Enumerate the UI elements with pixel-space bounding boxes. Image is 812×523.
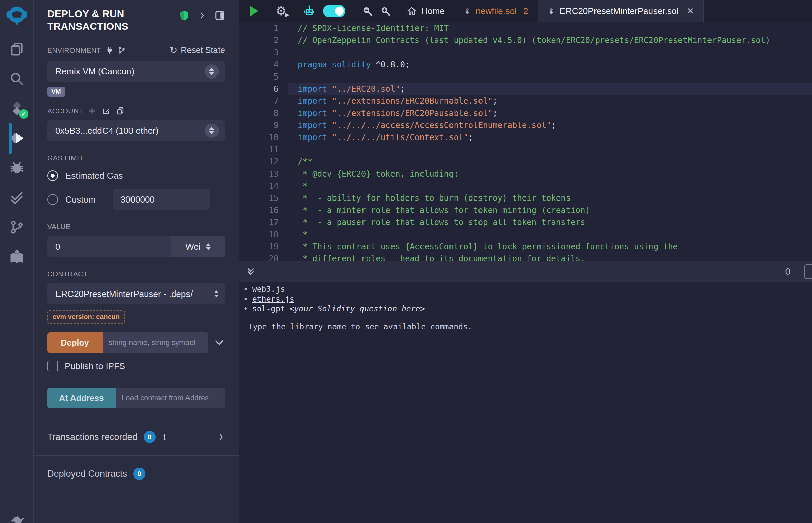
code-line[interactable]: 15 * - ability for holders to burn (dest… <box>240 192 812 204</box>
code-line[interactable]: 18 * <box>240 229 812 240</box>
estimated-gas-radio[interactable] <box>47 170 58 181</box>
remix-logo-icon <box>6 5 28 28</box>
plug-icon <box>9 511 25 523</box>
line-number[interactable]: 11 <box>240 144 288 156</box>
line-number[interactable]: 16 <box>240 204 288 216</box>
ai-copilot-icon[interactable] <box>303 5 316 18</box>
tab-newfile[interactable]: newfile.sol 2 <box>454 0 538 22</box>
line-number[interactable]: 15 <box>240 192 288 204</box>
contract-select[interactable]: ERC20PresetMinterPauser - .deps/ <box>47 283 225 304</box>
code-line[interactable]: 16 * - a minter role that allows for tok… <box>240 204 812 216</box>
fork-small-icon[interactable] <box>118 47 125 54</box>
reset-state-button[interactable]: ↻ Reset State <box>170 44 225 56</box>
sidebar-item-solidity-compiler[interactable]: ✓ <box>9 101 25 116</box>
custom-gas-radio[interactable] <box>47 194 58 205</box>
code-line[interactable]: 10import "../../../utils/Context.sol"; <box>240 131 812 144</box>
value-unit-select[interactable]: Wei <box>171 236 225 257</box>
editor-region: ⚙ ▶ <box>240 0 812 523</box>
code-line[interactable]: 14 * <box>240 180 812 192</box>
line-number[interactable]: 1 <box>240 22 288 34</box>
code-line[interactable]: 12/** <box>240 156 812 168</box>
publish-ipfs-checkbox[interactable] <box>47 361 58 371</box>
sidebar-item-search[interactable] <box>9 71 25 87</box>
line-number[interactable]: 12 <box>240 156 288 168</box>
line-number[interactable]: 4 <box>240 59 288 71</box>
code-line[interactable]: 6import "../ERC20.sol"; <box>240 83 812 95</box>
expand-terminal-icon[interactable] <box>246 267 255 277</box>
copilot-toggle[interactable] <box>323 5 345 17</box>
tab-home[interactable]: Home <box>398 0 454 22</box>
zoom-out-icon[interactable] <box>362 6 373 17</box>
custom-gas-input[interactable] <box>113 189 210 210</box>
at-address-input[interactable] <box>116 387 225 409</box>
terminal-link[interactable]: web3.js <box>252 285 285 293</box>
line-number[interactable]: 3 <box>240 47 288 59</box>
code-line[interactable]: 3 <box>240 47 812 59</box>
line-number[interactable]: 17 <box>240 216 288 229</box>
line-number[interactable]: 7 <box>240 95 288 107</box>
line-number[interactable]: 20 <box>240 253 288 261</box>
line-number[interactable]: 9 <box>240 119 288 131</box>
expand-transactions-icon[interactable] <box>217 433 225 441</box>
line-number[interactable]: 14 <box>240 180 288 192</box>
code-text <box>288 71 812 83</box>
code-line[interactable]: 7import "../extensions/ERC20Burnable.sol… <box>240 95 812 107</box>
line-number[interactable]: 10 <box>240 131 288 144</box>
sidebar-item-file-explorer[interactable] <box>9 41 25 57</box>
close-tab-icon[interactable]: ✕ <box>687 6 694 17</box>
files-icon <box>10 42 24 57</box>
environment-select[interactable]: Remix VM (Cancun) <box>47 61 225 82</box>
chevron-right-icon[interactable] <box>198 12 206 20</box>
run-script-icon[interactable] <box>249 5 259 17</box>
sidebar-item-debugger[interactable] <box>9 160 25 176</box>
code-line[interactable]: 8import "../extensions/ERC20Pausable.sol… <box>240 107 812 119</box>
code-line[interactable]: 11 <box>240 144 812 156</box>
at-address-button[interactable]: At Address <box>47 387 116 409</box>
plug-small-icon[interactable] <box>106 47 113 54</box>
deploy-button[interactable]: Deploy <box>47 332 103 353</box>
line-number[interactable]: 19 <box>240 240 288 253</box>
code-line[interactable]: 2// OpenZeppelin Contracts (last updated… <box>240 34 812 47</box>
line-number[interactable]: 6 <box>240 83 288 95</box>
line-number[interactable]: 5 <box>240 71 288 83</box>
line-number[interactable]: 8 <box>240 107 288 119</box>
add-account-icon[interactable] <box>88 107 96 115</box>
code-line[interactable]: 19 * This contract uses {AccessControl} … <box>240 240 812 253</box>
script-config-button[interactable]: ⚙ ▶ <box>276 5 286 17</box>
terminal-link[interactable]: ethers.js <box>252 294 294 303</box>
code-line[interactable]: 4pragma solidity ^0.8.0; <box>240 59 812 71</box>
sidebar-item-git[interactable] <box>9 219 25 235</box>
edit-account-icon[interactable] <box>102 107 110 115</box>
code-line[interactable]: 13 * @dev {ERC20} token, including: <box>240 168 812 180</box>
sidebar-item-unit-testing[interactable] <box>9 190 25 205</box>
terminal-search-box[interactable] <box>804 264 812 279</box>
code-line[interactable]: 17 * - a pauser role that allows to stop… <box>240 216 812 229</box>
code-editor[interactable]: 1// SPDX-License-Identifier: MIT2// Open… <box>240 22 812 261</box>
code-text: * <box>288 180 812 192</box>
line-number[interactable]: 2 <box>240 34 288 47</box>
account-select[interactable]: 0x5B3...eddC4 (100 ether) <box>47 120 225 141</box>
bullet-icon: • <box>243 294 252 303</box>
sidebar-item-plugin-manager[interactable] <box>9 511 25 523</box>
deploy-args-input[interactable] <box>103 332 208 353</box>
code-line[interactable]: 9import "../../../access/AccessControlEn… <box>240 119 812 131</box>
value-input[interactable] <box>47 236 171 257</box>
sidebar-item-learneth[interactable] <box>9 249 25 265</box>
info-icon[interactable]: i <box>163 432 166 442</box>
tab-erc20presetminterpauser[interactable]: ERC20PresetMinterPauser.sol ✕ <box>538 0 704 22</box>
line-number[interactable]: 18 <box>240 229 288 240</box>
code-line[interactable]: 5 <box>240 71 812 83</box>
sidebar-item-deploy-run[interactable] <box>9 130 25 146</box>
expand-deploy-icon[interactable] <box>214 337 225 348</box>
code-lines: 1// SPDX-License-Identifier: MIT2// Open… <box>240 22 812 261</box>
pin-panel-icon[interactable] <box>215 11 225 21</box>
copy-account-icon[interactable] <box>116 107 124 115</box>
deployed-contracts-section[interactable]: Deployed Contracts 0 <box>34 456 239 492</box>
line-number[interactable]: 13 <box>240 168 288 180</box>
code-line[interactable]: 20 * different roles - head to its docum… <box>240 253 812 261</box>
home-icon <box>407 6 417 16</box>
code-line[interactable]: 1// SPDX-License-Identifier: MIT <box>240 22 812 34</box>
remix-logo[interactable] <box>6 5 28 28</box>
transactions-recorded-section[interactable]: Transactions recorded 0 i <box>34 419 239 455</box>
zoom-in-icon[interactable] <box>380 6 391 17</box>
